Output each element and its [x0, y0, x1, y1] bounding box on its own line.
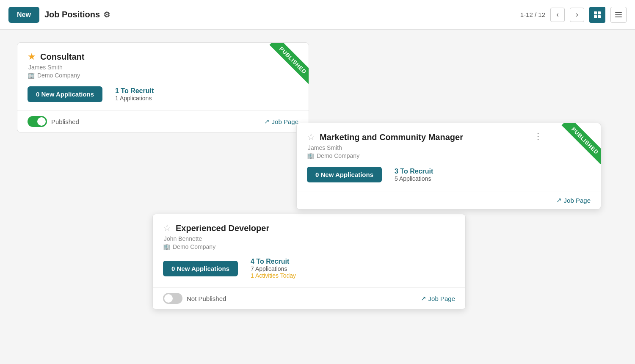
marketing-job-page-label: Job Page	[564, 197, 591, 204]
consultant-job-page-link[interactable]: ↗ Job Page	[264, 118, 298, 125]
developer-activities-today: 1 Activities Today	[251, 272, 296, 279]
marketing-card-body: ☆ Marketing and Community Manager James …	[297, 123, 601, 191]
developer-toggle-switch[interactable]	[163, 293, 182, 304]
page-title: Job Positions ⚙	[44, 10, 110, 19]
developer-card: ☆ Experienced Developer John Bennette 🏢 …	[152, 214, 466, 309]
next-page-button[interactable]: ›	[570, 8, 584, 22]
new-button[interactable]: New	[8, 7, 39, 23]
settings-icon[interactable]: ⚙	[103, 10, 110, 19]
developer-card-footer: Not Published ↗ Job Page	[153, 287, 465, 309]
consultant-company-icon: 🏢	[28, 72, 35, 79]
svg-rect-3	[598, 15, 601, 18]
consultant-person: James Smith	[28, 64, 298, 71]
marketing-job-page-link[interactable]: ↗ Job Page	[556, 196, 591, 204]
svg-rect-6	[615, 17, 622, 17]
svg-rect-0	[594, 11, 597, 14]
marketing-company-icon: 🏢	[307, 152, 314, 159]
consultant-applications-count: 1 Applications	[115, 95, 154, 102]
consultant-published-toggle: Published	[28, 116, 79, 127]
developer-recruit-count: 4 To Recruit	[251, 258, 296, 265]
prev-page-button[interactable]: ‹	[550, 8, 565, 22]
consultant-job-page-label: Job Page	[272, 118, 298, 125]
svg-rect-1	[598, 11, 601, 14]
consultant-company-name: Demo Company	[37, 72, 80, 79]
developer-star-icon[interactable]: ☆	[163, 223, 171, 234]
grid-view-button[interactable]	[589, 7, 605, 23]
developer-company-name: Demo Company	[173, 243, 215, 250]
pagination-text: 1-12 / 12	[520, 11, 545, 18]
consultant-published-label: Published	[51, 118, 79, 125]
marketing-title: Marketing and Community Manager	[320, 132, 463, 142]
developer-title: Experienced Developer	[176, 223, 269, 233]
page-title-text: Job Positions	[44, 10, 100, 19]
marketing-more-button[interactable]: ⋮	[530, 129, 546, 143]
developer-company-icon: 🏢	[163, 243, 170, 250]
consultant-recruit-count: 1 To Recruit	[115, 87, 154, 95]
developer-card-body: ☆ Experienced Developer John Bennette 🏢 …	[153, 214, 465, 287]
header-right: 1-12 / 12 ‹ ›	[520, 7, 627, 23]
consultant-company: 🏢 Demo Company	[28, 72, 298, 79]
developer-not-published-label: Not Published	[187, 295, 226, 302]
developer-stats: 0 New Applications 4 To Recruit 7 Applic…	[163, 258, 455, 279]
marketing-new-apps-button[interactable]: 0 New Applications	[307, 167, 382, 182]
consultant-new-apps-button[interactable]: 0 New Applications	[28, 86, 102, 102]
consultant-card-body: ★ Consultant James Smith 🏢 Demo Company …	[17, 43, 309, 110]
consultant-card-footer: Published ↗ Job Page	[17, 110, 309, 132]
svg-rect-4	[615, 12, 622, 13]
marketing-star-icon[interactable]: ☆	[307, 132, 315, 143]
consultant-card: PUBLISHED ★ Consultant James Smith 🏢 Dem…	[17, 42, 309, 132]
developer-person: John Bennette	[163, 235, 455, 242]
developer-new-apps-button[interactable]: 0 New Applications	[163, 261, 238, 276]
list-view-icon	[615, 11, 622, 19]
marketing-recruit-info: 3 To Recruit 5 Applications	[395, 168, 433, 182]
consultant-star-icon[interactable]: ★	[28, 51, 36, 62]
svg-rect-5	[615, 14, 622, 15]
marketing-title-row: ☆ Marketing and Community Manager	[307, 132, 591, 143]
consultant-toggle-switch[interactable]	[28, 116, 47, 127]
marketing-recruit-count: 3 To Recruit	[395, 168, 433, 175]
header: New Job Positions ⚙ 1-12 / 12 ‹ ›	[0, 0, 635, 30]
grid-view-icon	[594, 11, 601, 19]
developer-job-page-label: Job Page	[428, 295, 455, 302]
developer-published-toggle: Not Published	[163, 293, 226, 304]
marketing-external-link-icon: ↗	[556, 196, 562, 204]
consultant-title-row: ★ Consultant	[28, 51, 298, 62]
developer-recruit-info: 4 To Recruit 7 Applications 1 Activities…	[251, 258, 296, 279]
marketing-applications-count: 5 Applications	[395, 175, 433, 182]
marketing-person: James Smith	[307, 144, 591, 151]
developer-applications-count: 7 Applications	[251, 265, 296, 272]
main-content: PUBLISHED ★ Consultant James Smith 🏢 Dem…	[0, 30, 635, 364]
svg-rect-2	[594, 15, 597, 18]
marketing-stats: 0 New Applications 3 To Recruit 5 Applic…	[307, 167, 591, 182]
developer-job-page-link[interactable]: ↗ Job Page	[421, 295, 455, 302]
list-view-button[interactable]	[610, 7, 627, 23]
developer-external-link-icon: ↗	[421, 295, 426, 302]
marketing-card-footer: ↗ Job Page	[297, 191, 601, 209]
consultant-recruit-info: 1 To Recruit 1 Applications	[115, 87, 154, 102]
header-left: New Job Positions ⚙	[8, 7, 110, 23]
developer-company: 🏢 Demo Company	[163, 243, 455, 250]
marketing-card: PUBLISHED ⋮ ☆ Marketing and Community Ma…	[296, 123, 601, 210]
developer-title-row: ☆ Experienced Developer	[163, 223, 455, 234]
consultant-stats: 0 New Applications 1 To Recruit 1 Applic…	[28, 86, 298, 102]
external-link-icon: ↗	[264, 118, 270, 125]
marketing-company: 🏢 Demo Company	[307, 152, 591, 159]
consultant-title: Consultant	[40, 52, 84, 62]
marketing-company-name: Demo Company	[317, 152, 359, 159]
